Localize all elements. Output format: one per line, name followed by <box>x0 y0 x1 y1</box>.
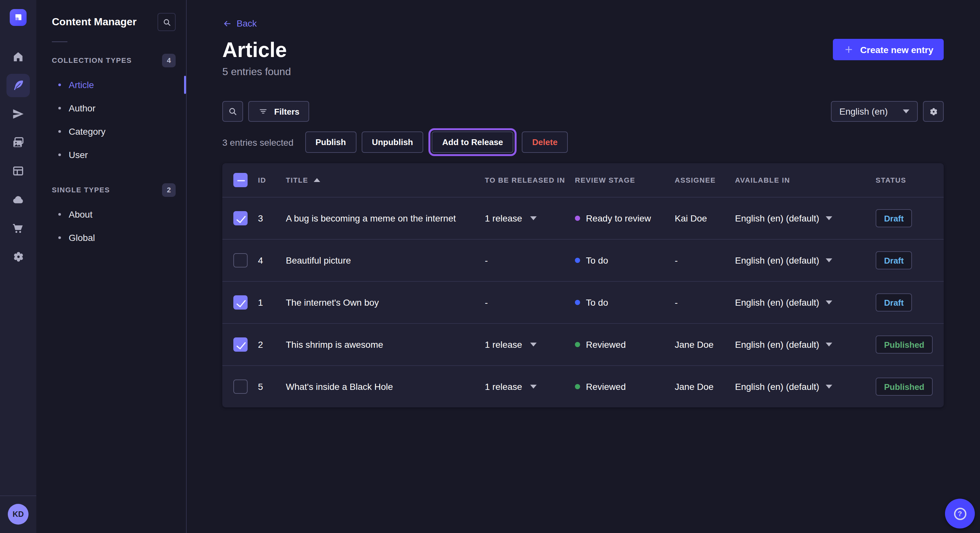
cell-assignee: - <box>675 255 735 265</box>
sidebar-item-label: User <box>69 150 88 160</box>
column-header-title[interactable]: TITLE <box>286 176 485 184</box>
nav-content-type-builder[interactable] <box>6 159 30 182</box>
column-header-available: AVAILABLE IN <box>735 176 876 184</box>
row-checkbox[interactable] <box>233 379 248 394</box>
nav-media-library[interactable] <box>6 131 30 154</box>
nav-home[interactable] <box>6 45 30 69</box>
cell-title: Beautiful picture <box>286 255 485 265</box>
locale-select[interactable]: English (en) <box>831 101 918 122</box>
subnav-header: Content Manager <box>36 0 186 31</box>
sidebar-item-label: Author <box>69 103 95 113</box>
status-badge: Draft <box>876 251 912 270</box>
sidebar-item-author[interactable]: Author <box>36 97 186 120</box>
subnav-divider <box>52 41 67 42</box>
column-header-review: REVIEW STAGE <box>575 176 675 184</box>
single-types-list: About Global <box>36 203 186 249</box>
add-to-release-button[interactable]: Add to Release <box>432 132 513 153</box>
collection-types-list: Article Author Category User <box>36 73 186 167</box>
view-settings-button[interactable] <box>923 101 944 122</box>
select-all-checkbox[interactable] <box>233 173 248 187</box>
locale-value: English (en) <box>839 106 888 117</box>
chevron-down-icon <box>530 385 536 389</box>
cell-review-stage: Reviewed <box>575 381 675 392</box>
collection-types-section: COLLECTION TYPES 4 Article Author Catego… <box>36 52 186 167</box>
user-avatar[interactable]: KD <box>8 504 29 525</box>
cell-released-in[interactable]: 1 release <box>485 339 575 350</box>
sidebar-item-about[interactable]: About <box>36 203 186 226</box>
sidebar-item-category[interactable]: Category <box>36 120 186 143</box>
sidebar-item-global[interactable]: Global <box>36 226 186 249</box>
gear-icon <box>928 106 939 117</box>
strapi-logo[interactable] <box>10 9 27 26</box>
help-button[interactable]: ? <box>945 499 975 528</box>
layout-icon <box>12 165 25 178</box>
cell-available-in[interactable]: English (en) (default) <box>735 381 876 392</box>
column-header-status: STATUS <box>876 176 944 184</box>
nav-deploy[interactable] <box>6 102 30 125</box>
cell-assignee: Kai Doe <box>675 213 735 224</box>
bullet-icon <box>58 213 61 216</box>
section-header: SINGLE TYPES 2 <box>36 182 186 198</box>
cell-assignee: Jane Doe <box>675 381 735 392</box>
toolbar-left-group: Filters <box>222 101 309 122</box>
cell-review-stage: Reviewed <box>575 339 675 350</box>
list-toolbar: Filters English (en) <box>222 101 944 122</box>
delete-button[interactable]: Delete <box>522 132 568 153</box>
row-checkbox[interactable] <box>233 338 248 352</box>
table-row[interactable]: 3 A bug is becoming a meme on the intern… <box>222 197 944 239</box>
column-header-id: ID <box>258 176 286 184</box>
chevron-down-icon <box>530 343 536 346</box>
cell-released-in[interactable]: 1 release <box>485 213 575 224</box>
cell-available-in[interactable]: English (en) (default) <box>735 297 876 308</box>
single-types-section: SINGLE TYPES 2 About Global <box>36 182 186 249</box>
column-header-assignee: ASSIGNEE <box>675 176 735 184</box>
table-row[interactable]: 2 This shrimp is awesome 1 release Revie… <box>222 323 944 365</box>
cell-available-in[interactable]: English (en) (default) <box>735 255 876 265</box>
filters-button[interactable]: Filters <box>248 101 309 122</box>
cell-assignee: Jane Doe <box>675 339 735 350</box>
collection-types-count-badge: 4 <box>162 54 176 67</box>
cell-released-in: - <box>485 297 575 308</box>
filters-label: Filters <box>274 106 299 116</box>
table-row[interactable]: 4 Beautiful picture - To do - English (e… <box>222 239 944 281</box>
strapi-logo-icon <box>12 11 25 24</box>
section-label: COLLECTION TYPES <box>52 56 132 64</box>
sidebar-item-article[interactable]: Article <box>36 73 186 97</box>
plus-icon <box>843 44 854 55</box>
bullet-icon <box>58 84 61 86</box>
cell-available-in[interactable]: English (en) (default) <box>735 213 876 224</box>
row-checkbox[interactable] <box>233 295 248 309</box>
table-row[interactable]: 5 What's inside a Black Hole 1 release R… <box>222 365 944 408</box>
nav-settings[interactable] <box>6 245 30 268</box>
search-button[interactable] <box>222 101 243 122</box>
home-icon <box>12 51 25 63</box>
cell-id: 1 <box>258 297 286 308</box>
cell-review-stage: To do <box>575 255 675 265</box>
sidebar-item-user[interactable]: User <box>36 143 186 167</box>
cell-assignee: - <box>675 297 735 308</box>
sort-ascending-icon <box>313 178 320 182</box>
table-row[interactable]: 1 The internet's Own boy - To do - Engli… <box>222 281 944 323</box>
nav-marketplace[interactable] <box>6 216 30 240</box>
unpublish-button[interactable]: Unpublish <box>361 132 423 153</box>
bullet-icon <box>58 130 61 133</box>
subnav-title: Content Manager <box>52 16 137 28</box>
column-header-released: TO BE RELEASED IN <box>485 176 575 184</box>
page-header-text: Article 5 entries found <box>222 38 291 78</box>
publish-button[interactable]: Publish <box>305 132 356 153</box>
cell-review-stage: Ready to review <box>575 213 675 224</box>
create-new-entry-button[interactable]: Create new entry <box>833 39 944 60</box>
nav-cloud[interactable] <box>6 188 30 211</box>
gear-icon <box>11 250 25 263</box>
sidebar-item-label: About <box>69 209 92 219</box>
cell-title: The internet's Own boy <box>286 297 485 308</box>
row-checkbox[interactable] <box>233 253 248 268</box>
cell-released-in[interactable]: 1 release <box>485 381 575 392</box>
page-header: Article 5 entries found Create new entry <box>222 38 944 78</box>
row-checkbox[interactable] <box>233 211 248 225</box>
back-link[interactable]: Back <box>222 17 257 30</box>
subnav-search-button[interactable] <box>158 13 176 31</box>
cell-available-in[interactable]: English (en) (default) <box>735 339 876 350</box>
nav-content-manager[interactable] <box>6 74 30 97</box>
nav-rail-footer: KD <box>0 495 36 533</box>
